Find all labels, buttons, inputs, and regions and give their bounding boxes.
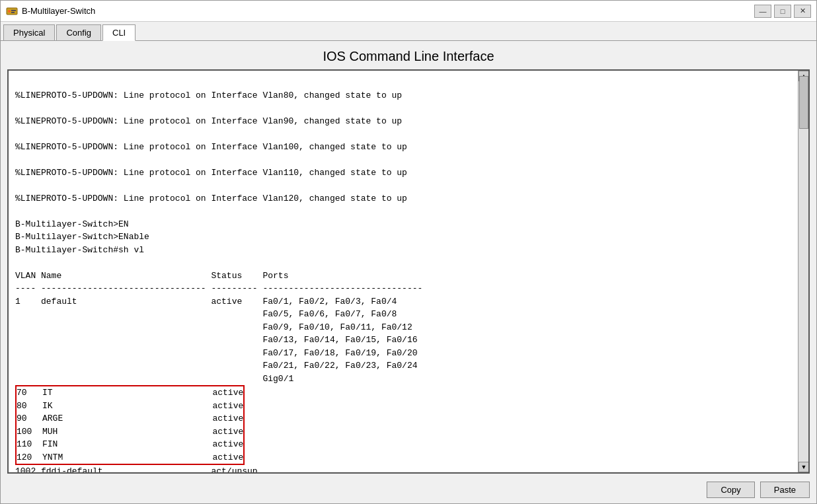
tab-cli[interactable]: CLI	[102, 24, 136, 41]
minimize-button[interactable]: —	[754, 5, 771, 18]
paste-button[interactable]: Paste	[760, 482, 810, 498]
vlan-highlight-block: 70 IT active 80 IK active 90 ARGE active…	[15, 385, 245, 465]
copy-button[interactable]: Copy	[707, 482, 754, 498]
maximize-button[interactable]: □	[774, 5, 791, 18]
terminal-output[interactable]: %LINEPROTO-5-UPDOWN: Line protocol on In…	[9, 71, 798, 472]
page-title: IOS Command Line Interface	[1, 41, 816, 69]
terminal-scrollbar[interactable]: ▲ ▼	[798, 71, 808, 472]
svg-rect-3	[11, 12, 15, 13]
title-bar: B-Multilayer-Switch — □ ✕	[1, 1, 816, 22]
close-button[interactable]: ✕	[794, 5, 811, 18]
tab-bar: Physical Config CLI	[1, 22, 816, 41]
scrollbar-thumb[interactable]	[799, 76, 808, 129]
window-controls: — □ ✕	[754, 5, 811, 18]
terminal-container: %LINEPROTO-5-UPDOWN: Line protocol on In…	[7, 69, 810, 474]
svg-rect-2	[11, 10, 16, 11]
tab-config[interactable]: Config	[56, 24, 101, 40]
scrollbar-down-arrow[interactable]: ▼	[798, 462, 809, 472]
bottom-bar: Copy Paste	[1, 479, 816, 503]
app-icon	[6, 5, 18, 17]
lineproto-vlan80: %LINEPROTO-5-UPDOWN: Line protocol on In…	[15, 90, 422, 384]
terminal-rest: 1002 fddi-default act/unsup 1003 token-r…	[15, 466, 418, 472]
main-window: B-Multilayer-Switch — □ ✕ Physical Confi…	[0, 0, 817, 504]
window-title: B-Multilayer-Switch	[22, 6, 754, 16]
scrollbar-track	[798, 71, 808, 472]
tab-physical[interactable]: Physical	[3, 24, 55, 40]
svg-point-1	[8, 10, 11, 13]
